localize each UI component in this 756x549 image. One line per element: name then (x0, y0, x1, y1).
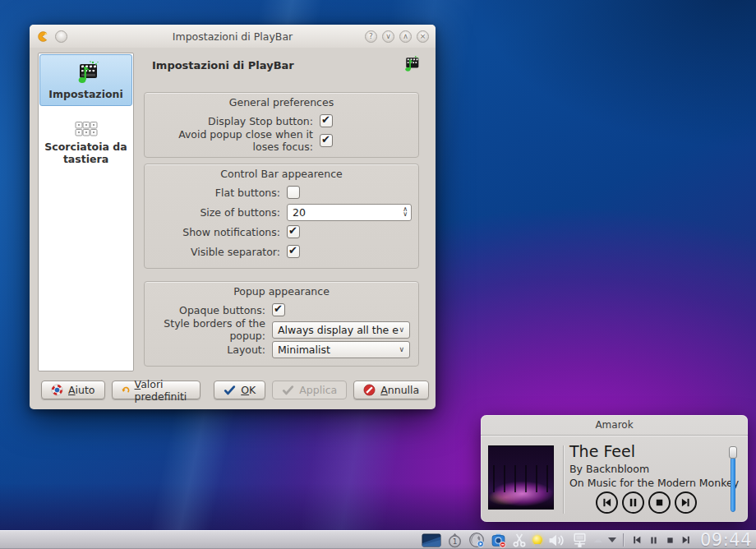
button-accel: A (380, 384, 388, 396)
field-label: Display Stop button: (151, 115, 313, 127)
display-stop-button-checkbox[interactable] (320, 114, 333, 127)
klipper-scissors-icon[interactable] (512, 533, 527, 547)
defaults-button[interactable]: Valori predefiniti (112, 381, 201, 399)
svg-text:1: 1 (453, 537, 458, 546)
sidebar-item-label: Impostazioni (48, 89, 122, 100)
field-label: Layout: (151, 344, 265, 356)
next-icon (681, 535, 691, 545)
device-manager-icon[interactable] (491, 533, 506, 548)
field-label: Opaque buttons: (151, 304, 265, 316)
playbar-icon (72, 59, 100, 85)
playback-controls (596, 491, 697, 514)
maximize-button[interactable]: ∧ (399, 30, 412, 43)
scroll-down-icon[interactable] (608, 537, 616, 542)
volume-slider[interactable] (729, 446, 737, 512)
group-title: General preferences (151, 95, 412, 111)
stop-icon (666, 536, 675, 545)
group-control-bar-appearance: Control Bar appearence Flat buttons: Siz… (144, 164, 419, 269)
help-button[interactable]: Aiuto (41, 381, 105, 399)
sidebar-item-impostazioni[interactable]: Impostazioni (39, 54, 132, 106)
lifebuoy-icon (51, 384, 63, 396)
group-general-preferences: General preferences Display Stop button:… (144, 92, 419, 158)
button-accel: A (68, 384, 76, 396)
stop-icon (654, 497, 665, 508)
style-borders-dropdown[interactable]: Always display all the edges ∨ (272, 321, 410, 339)
clock[interactable]: 09:44 (700, 531, 752, 549)
pause-button[interactable] (622, 491, 644, 514)
window-titlebar[interactable]: Impostazioni di PlayBar ? ∨ ∧ × (30, 25, 436, 48)
spin-down-icon[interactable]: ∨ (403, 212, 408, 217)
button-label: iuto (76, 384, 95, 396)
flat-buttons-checkbox[interactable] (287, 186, 300, 199)
popup-divider (563, 445, 564, 514)
album-art (488, 445, 554, 510)
field-label: Visible separator: (151, 246, 280, 258)
dropdown-value: Minimalist (278, 344, 399, 356)
pause-icon (628, 497, 638, 508)
panel-previous-button[interactable] (632, 535, 643, 545)
panel-next-button[interactable] (681, 535, 692, 545)
spinbox-value: 20 (288, 206, 403, 219)
group-title: Control Bar appearence (151, 166, 412, 182)
cancel-icon (363, 384, 376, 396)
volume-slider-track[interactable] (731, 457, 735, 512)
playbar-icon-small (401, 54, 421, 73)
show-desktop-icon[interactable] (422, 533, 441, 547)
popup-title: Amarok (481, 415, 748, 436)
input-number-badge-icon[interactable]: 1 (447, 533, 463, 548)
panel-pause-button[interactable] (648, 536, 659, 545)
app-icon (36, 30, 48, 43)
layout-dropdown[interactable]: Minimalist ∨ (272, 341, 410, 358)
check-icon-disabled (282, 385, 294, 396)
button-accel: V (135, 378, 141, 390)
group-title: Popup appearance (151, 284, 412, 300)
previous-icon (602, 497, 612, 508)
field-label: Avoid popup close when it loses focus: (151, 128, 313, 153)
volume-slider-handle[interactable] (729, 446, 737, 459)
track-artist: By Backnbloom (569, 463, 649, 475)
button-label: alori predefiniti (135, 378, 187, 403)
apply-button[interactable]: Applica (272, 381, 347, 399)
size-of-buttons-spinbox[interactable]: 20 ∧ ∨ (287, 204, 412, 221)
button-label: nnulla (388, 384, 419, 396)
taskbar-panel: 1 (0, 530, 756, 549)
close-button[interactable]: × (417, 30, 429, 43)
desktop-background: Impostazioni di PlayBar ? ∨ ∧ × (0, 0, 756, 549)
brightness-bulb-icon[interactable] (532, 535, 542, 545)
network-icon[interactable] (571, 533, 588, 548)
previous-button[interactable] (596, 491, 618, 514)
ok-button[interactable]: OK (214, 381, 265, 399)
spinbox-arrows[interactable]: ∧ ∨ (403, 207, 411, 217)
dialog-button-row: Aiuto Valori predefiniti OK (30, 381, 436, 399)
next-button[interactable] (675, 491, 697, 514)
button-accel: O (241, 384, 249, 396)
check-icon (224, 385, 236, 396)
show-notifications-checkbox[interactable] (287, 225, 300, 238)
window-body: Impostazioni (30, 48, 436, 409)
previous-icon (632, 535, 642, 545)
chevron-down-icon: ∨ (399, 325, 404, 334)
track-title: The Feel (569, 442, 635, 460)
avoid-popup-close-checkbox[interactable] (320, 134, 333, 147)
window-menu-button[interactable] (55, 30, 67, 43)
sidebar-item-scorciatoia[interactable]: Scorciatoia da tastiera (39, 116, 132, 170)
pause-icon (649, 536, 658, 545)
stop-button[interactable] (648, 491, 671, 514)
help-window-button[interactable]: ? (365, 30, 377, 43)
visible-separator-checkbox[interactable] (287, 245, 300, 258)
cancel-button[interactable]: Annulla (353, 381, 429, 399)
sidebar-item-label: Scorciatoia da tastiera (41, 141, 131, 165)
volume-icon[interactable] (548, 533, 565, 547)
dropdown-value: Always display all the edges (278, 324, 399, 336)
panel-separator (624, 533, 625, 547)
minimize-button[interactable]: ∨ (382, 30, 394, 43)
panel-stop-button[interactable] (665, 536, 675, 545)
opaque-buttons-checkbox[interactable] (272, 303, 285, 316)
undo-icon (122, 384, 130, 396)
button-label: Applica (299, 384, 337, 396)
album-art-detail (489, 465, 553, 492)
amarok-tray-icon[interactable] (468, 532, 485, 548)
field-label: Flat buttons: (151, 187, 280, 199)
scroll-up-icon[interactable] (594, 537, 602, 542)
amarok-popup: Amarok The Feel By Backnbloom On Music f… (481, 415, 748, 522)
